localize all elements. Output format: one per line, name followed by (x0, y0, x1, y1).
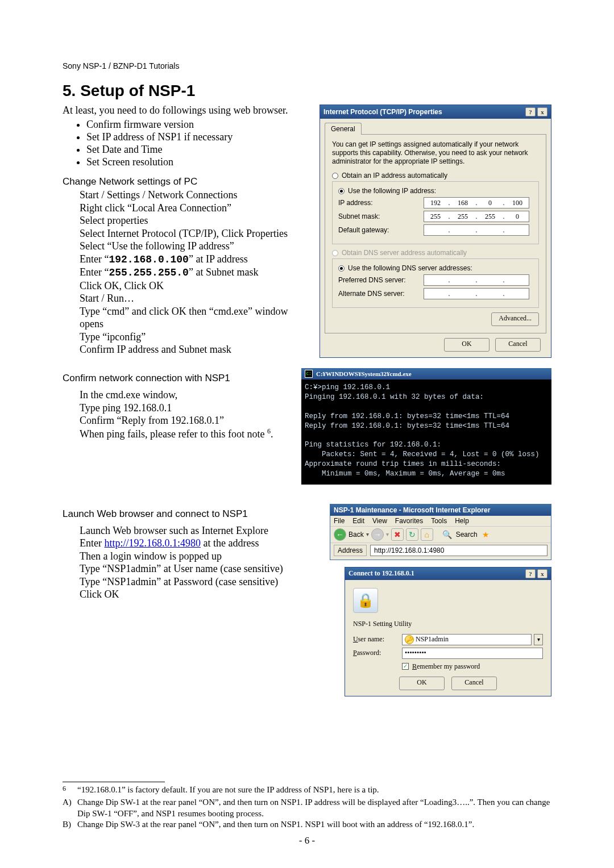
radio-icon (338, 188, 345, 194)
remember-label: Remember my password (412, 662, 480, 671)
dialog-titlebar: Internet Protocol (TCP/IP) Properties ? … (320, 105, 551, 119)
subnet-literal: 255.255.255.0 (109, 267, 188, 278)
confirm-network-heading: Confirm network connection with NSP1 (63, 373, 300, 384)
subnet-mask-input[interactable]: 255. 255. 255. 0 (424, 211, 529, 222)
menu-edit[interactable]: Edit (352, 517, 364, 525)
home-icon[interactable]: ⌂ (421, 528, 433, 541)
change-network-heading: Change Network settings of PC (63, 176, 300, 187)
username-label: User name: (353, 635, 402, 644)
help-button[interactable]: ? (525, 569, 536, 578)
step: Launch Web browser such as Internet Expl… (80, 524, 318, 537)
step: Click OK (80, 588, 318, 601)
bullet-item: Set Date and Time (86, 144, 300, 156)
username-dropdown[interactable]: ▾ (534, 634, 543, 645)
search-label[interactable]: Search (456, 531, 478, 539)
radio-use-following-dns[interactable]: Use the following DNS server addresses: (338, 264, 533, 272)
ie-titlebar: NSP-1 Maintenance - Microsoft Internet E… (330, 504, 551, 516)
address-input[interactable]: http://192.168.0.1:4980 (370, 545, 547, 556)
radio-obtain-dns-auto: Obtain DNS server address automatically (332, 249, 539, 257)
password-label: Password: (353, 649, 402, 657)
menu-tools[interactable]: Tools (431, 517, 447, 525)
step: Start / Run… (80, 292, 300, 305)
remember-password-checkbox[interactable]: ✓ Remember my password (402, 662, 543, 671)
alternate-dns-label: Alternate DNS server: (338, 290, 424, 298)
preferred-dns-input[interactable]: ... (424, 274, 529, 286)
auth-icon: 🔒 (353, 588, 378, 613)
checkbox-icon: ✓ (402, 663, 409, 670)
close-button[interactable]: x (537, 107, 547, 116)
footnotes: 6 “192.168.0.1” is factory default. If y… (63, 784, 551, 831)
preferred-dns-label: Preferred DNS server: (338, 276, 424, 284)
menu-help[interactable]: Help (455, 517, 469, 525)
tcpip-properties-dialog: Internet Protocol (TCP/IP) Properties ? … (320, 105, 551, 358)
refresh-icon[interactable]: ↻ (406, 528, 418, 541)
cancel-button[interactable]: Cancel (451, 677, 497, 690)
radio-icon (338, 265, 345, 272)
subnet-mask-label: Subnet mask: (338, 212, 424, 220)
default-gateway-input[interactable]: ... (424, 224, 529, 236)
advanced-button[interactable]: Advanced... (491, 312, 539, 326)
step: In the cmd.exe window, (80, 389, 300, 402)
stop-icon[interactable]: ✖ (391, 528, 404, 541)
step: Start / Settings / Network Connections (80, 189, 300, 202)
web-steps: Launch Web browser such as Internet Expl… (80, 524, 318, 601)
menu-favorites[interactable]: Favorites (395, 517, 423, 525)
step: Type “NSP1admin” at Password (case sensi… (80, 575, 318, 589)
ok-button[interactable]: OK (399, 677, 445, 690)
password-input[interactable]: ••••••••• (402, 648, 543, 659)
help-button[interactable]: ? (525, 107, 536, 116)
alternate-dns-input[interactable]: ... (424, 288, 529, 299)
footnote-b: Change Dip SW-3 at the rear panel “ON”, … (77, 819, 551, 831)
ok-button[interactable]: OK (444, 338, 489, 352)
login-dialog: Connect to 192.168.0.1 ? x 🔒 NSP-1 Setti… (345, 567, 551, 696)
step: Right click “Local Area Connection” (80, 202, 300, 215)
step: Enter http://192.168.0.1:4980 at the add… (80, 537, 318, 550)
radio-icon (332, 250, 338, 256)
step: Enter “255.255.255.0” at Subnet mask (80, 266, 300, 279)
login-title: Connect to 192.168.0.1 (349, 569, 414, 578)
step: Enter “192.168.0.100” at IP address (80, 253, 300, 266)
address-label: Address (334, 545, 367, 556)
tab-general[interactable]: General (325, 123, 362, 135)
menu-file[interactable]: File (334, 517, 345, 525)
tcpip-description: You can get IP settings assigned automat… (332, 140, 539, 166)
change-network-steps: Start / Settings / Network Connections R… (80, 189, 300, 356)
radio-obtain-ip-auto[interactable]: Obtain an IP address automatically (332, 172, 539, 180)
cancel-button[interactable]: Cancel (495, 338, 541, 352)
step: Select Internet Protocol (TCP/IP), Click… (80, 227, 300, 240)
bullet-item: Confirm firmware version (86, 119, 300, 131)
ip-address-input[interactable]: 192. 168. 0. 100 (424, 197, 529, 208)
username-input[interactable]: 🔑 NSP1admin (402, 634, 532, 645)
step: Type ping 192.168.0.1 (80, 402, 300, 415)
launch-web-heading: Launch Web browser and connect to NSP1 (63, 508, 318, 520)
dialog-title: Internet Protocol (TCP/IP) Properties (323, 108, 442, 116)
forward-icon[interactable]: → (371, 528, 384, 541)
nsp-url-link[interactable]: http://192.168.0.1:4980 (104, 537, 201, 549)
close-button[interactable]: x (537, 569, 547, 578)
step: Click OK, Click OK (80, 279, 300, 293)
radio-label: Obtain DNS server address automatically (342, 249, 467, 257)
login-titlebar: Connect to 192.168.0.1 ? x (345, 567, 551, 580)
search-icon[interactable]: 🔍 (441, 528, 454, 541)
doc-header: Sony NSP-1 / BZNP-D1 Tutorials (63, 61, 551, 70)
key-icon: 🔑 (405, 635, 414, 644)
ie-menubar: File Edit View Favorites Tools Help (330, 516, 551, 527)
footnote-a: Change Dip SW-1 at the rear panel “ON”, … (77, 797, 551, 819)
radio-label: Obtain an IP address automatically (342, 172, 447, 180)
intro-bullet-list: Confirm firmware version Set IP address … (63, 119, 300, 168)
radio-label: Use the following DNS server addresses: (348, 264, 472, 272)
back-icon[interactable]: ← (334, 528, 346, 541)
back-label[interactable]: Back (349, 531, 364, 539)
cmd-titlebar: c: C:¥WINDOWS¥System32¥cmd.exe (301, 368, 551, 379)
favorites-icon[interactable]: ★ (480, 528, 492, 541)
ip-literal: 192.168.0.100 (109, 254, 188, 265)
menu-view[interactable]: View (372, 517, 387, 525)
cmd-icon: c: (305, 370, 313, 378)
step: Select properties (80, 214, 300, 227)
step: Type “cmd” and click OK then “cmd.exe” w… (80, 305, 300, 331)
section-title: 5. Setup of NSP-1 (63, 82, 551, 100)
radio-use-following-ip[interactable]: Use the following IP address: (338, 187, 533, 195)
step: Type “ipconfig” (80, 331, 300, 344)
footnote-6: “192.168.0.1” is factory default. If you… (77, 784, 551, 798)
ip-address-label: IP address: (338, 199, 424, 207)
